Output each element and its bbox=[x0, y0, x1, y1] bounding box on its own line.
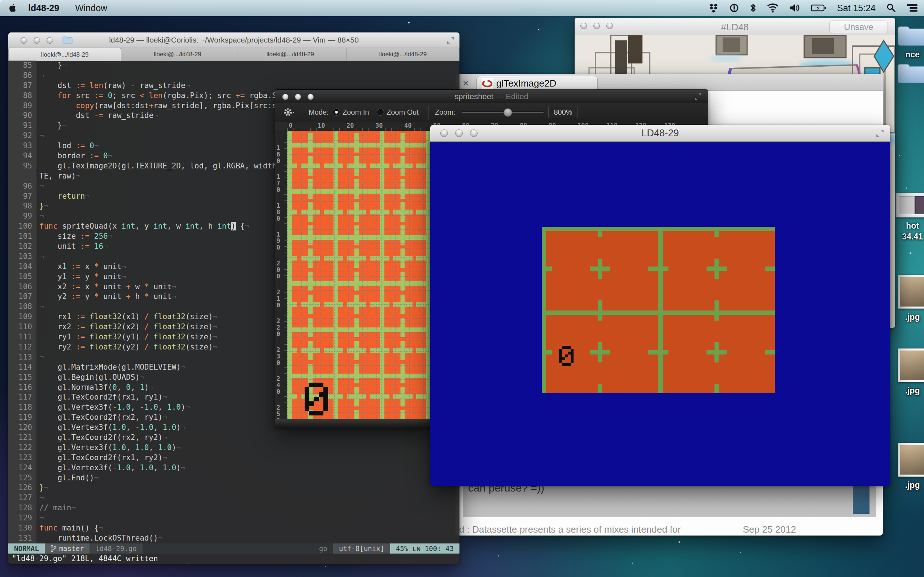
meta-text: d : Datassette presents a series of mixe… bbox=[459, 524, 681, 535]
game-texture-quad bbox=[542, 227, 775, 393]
code-line: 124 gl.Vertex3f(-1.0, 1.0, 1.0)¬ bbox=[8, 463, 459, 473]
git-branch-segment: master bbox=[45, 543, 90, 554]
ruler-y-label: 2 1 0 bbox=[276, 289, 280, 308]
ruler-x-label: 30 bbox=[375, 122, 383, 129]
vim-filename: ld48-29.go bbox=[89, 543, 142, 554]
gear-icon[interactable] bbox=[283, 108, 295, 118]
spritesheet-window-title: spritesheet — Edited bbox=[275, 92, 708, 102]
vim-message-line: "ld48-29.go" 218L, 4844C written bbox=[8, 554, 459, 564]
menubar-clock[interactable]: Sat 15:24 bbox=[837, 3, 876, 13]
wifi-icon[interactable] bbox=[767, 3, 779, 13]
terminal-tab[interactable]: lloeki@.../ld48-29 bbox=[8, 48, 121, 61]
meta-date: Sep 25 2012 bbox=[743, 524, 796, 535]
active-app-menu[interactable]: ld48-29 bbox=[28, 3, 59, 13]
ruler-y-label: 2 0 0 bbox=[276, 260, 280, 279]
fullscreen-icon[interactable] bbox=[446, 36, 454, 44]
icon-label: .jpg bbox=[885, 385, 924, 396]
terminal-tabs: lloeki@.../ld48-29lloeki@.../ld48-29lloe… bbox=[8, 48, 459, 61]
vim-statusline: NORMAL master ld48-29.go go utf-8[unix] … bbox=[8, 543, 459, 554]
ruler-y-label: 1 8 0 bbox=[276, 202, 280, 222]
branch-name: master bbox=[59, 543, 84, 554]
terminal-tab[interactable]: lloeki@.../ld48-29 bbox=[121, 48, 234, 61]
code-line: 129¬ bbox=[8, 513, 459, 523]
code-line: 123 gl.TexCoord2f(rx1, ry2)¬ bbox=[8, 453, 459, 463]
code-line: 86¬ bbox=[8, 71, 459, 81]
ruler-y-label: 2 3 0 bbox=[276, 347, 280, 366]
tab-label: glTexImage2D bbox=[496, 78, 556, 89]
terminal-tab[interactable]: lloeki@.../ld48-29 bbox=[234, 48, 347, 61]
toolbar-divider bbox=[428, 105, 429, 120]
terminal-titlebar[interactable]: ld48-29 — lloeki@Coriolis: ~/Workspace/p… bbox=[8, 32, 459, 48]
ruler-corner bbox=[275, 122, 288, 131]
ruler-y-label: 1 6 0 bbox=[276, 145, 280, 164]
zoom-in-label[interactable]: Zoom In bbox=[342, 108, 369, 116]
game-titlebar[interactable]: LD48-29 bbox=[430, 125, 890, 142]
code-line: 85 }¬ bbox=[8, 61, 459, 71]
battery-icon[interactable] bbox=[811, 3, 826, 12]
code-line: 128// main¬ bbox=[8, 503, 459, 513]
vim-filetype: go bbox=[313, 543, 333, 554]
ruler-x-label: 40 bbox=[404, 122, 412, 129]
volume-icon[interactable] bbox=[789, 3, 800, 13]
menu-item-window[interactable]: Window bbox=[75, 3, 107, 13]
unsave-button[interactable]: Unsave bbox=[829, 21, 888, 33]
terminal-tab[interactable]: lloeki@.../ld48-29 bbox=[347, 48, 459, 61]
icon-label: .jpg bbox=[885, 480, 924, 490]
code-line: 122 gl.Vertex3f(1.0, 1.0, 1.0)¬ bbox=[8, 443, 459, 453]
tab-close-icon[interactable]: × bbox=[463, 77, 468, 89]
browser-tab-gltximage2d[interactable]: glTexImage2D bbox=[477, 76, 598, 91]
mode-label: Mode: bbox=[309, 108, 329, 116]
spotlight-icon[interactable] bbox=[887, 3, 896, 13]
game-window: LD48-29 bbox=[430, 125, 890, 486]
apple-menu-icon[interactable] bbox=[9, 3, 17, 13]
zoom-slider[interactable] bbox=[462, 111, 544, 113]
zoom-out-label[interactable]: Zoom Out bbox=[386, 108, 419, 116]
desktop-icon-photo[interactable]: .jpg bbox=[885, 348, 924, 396]
code-line: 131 runtime.LockOSThread()¬ bbox=[8, 533, 459, 543]
vertical-ruler: 1 6 01 7 01 8 01 9 02 0 02 1 02 2 02 3 0… bbox=[275, 131, 288, 419]
timemachine-icon[interactable] bbox=[729, 3, 739, 13]
zoom-label: Zoom: bbox=[435, 108, 456, 116]
opengl-favicon bbox=[482, 78, 493, 89]
ruler-y-label: 2 2 0 bbox=[276, 318, 280, 337]
vim-position: 45% ʟɴ 100: 43 bbox=[390, 543, 459, 554]
irc-titlebar[interactable]: #LD48 Unsave bbox=[575, 18, 895, 36]
ruler-x-label: 20 bbox=[347, 122, 354, 129]
spritesheet-toolbar: Mode: Zoom In Zoom Out Zoom: 800% bbox=[275, 103, 708, 122]
zoom-out-radio[interactable] bbox=[377, 108, 384, 116]
fullscreen-icon[interactable] bbox=[876, 129, 884, 138]
ruler-y-label: 1 9 0 bbox=[276, 231, 280, 251]
branch-icon bbox=[50, 545, 56, 552]
dropbox-icon[interactable] bbox=[709, 3, 719, 13]
zoom-value-field[interactable]: 800% bbox=[548, 106, 578, 118]
code-line: 125 gl.End()¬ bbox=[8, 473, 459, 483]
terminal-window-title: ld48-29 — lloeki@Coriolis: ~/Workspace/p… bbox=[8, 36, 459, 44]
vim-encoding: utf-8[unix] bbox=[333, 543, 390, 554]
bluetooth-icon[interactable] bbox=[750, 3, 756, 13]
spritesheet-titlebar[interactable]: spritesheet — Edited bbox=[275, 90, 708, 103]
ruler-y-label: 2 4 0 bbox=[276, 376, 280, 395]
game-window-title: LD48-29 bbox=[430, 128, 890, 139]
browser-tabbar: × glTexImage2D bbox=[456, 74, 883, 91]
desktop-icon-photo[interactable]: .jpg bbox=[885, 443, 924, 490]
ruler-x-label: 0 bbox=[289, 122, 292, 129]
code-line: 121 gl.TexCoord2f(rx2, ry2)¬ bbox=[8, 433, 459, 443]
menu-bar: ld48-29 Window Sat 15:24 bbox=[0, 0, 924, 16]
zoom-slider-knob[interactable] bbox=[504, 108, 512, 117]
zoom-in-radio[interactable] bbox=[333, 108, 340, 116]
page-meta-line: d : Datassette presents a series of mixe… bbox=[459, 524, 879, 535]
code-line: 130func main() {¬ bbox=[8, 523, 459, 533]
ruler-x-label: 10 bbox=[318, 122, 325, 129]
code-line: 127¬ bbox=[8, 493, 459, 503]
notification-list-icon[interactable] bbox=[907, 3, 918, 12]
code-line: 126}¬ bbox=[8, 483, 459, 493]
ruler-y-label: 1 7 0 bbox=[276, 174, 280, 193]
vim-mode-indicator: NORMAL bbox=[8, 543, 45, 554]
fullscreen-icon[interactable] bbox=[694, 93, 702, 101]
